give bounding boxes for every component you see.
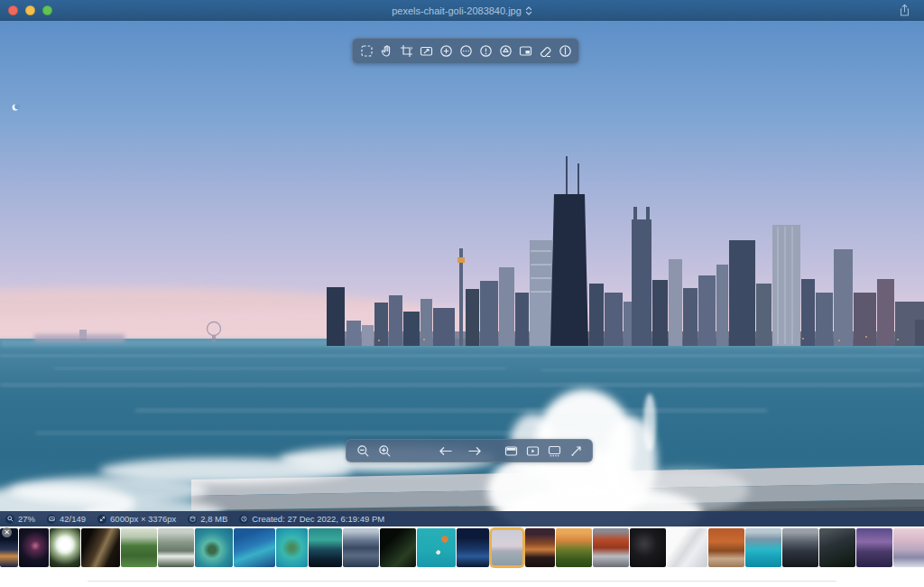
zoom-window-button[interactable]: [42, 5, 52, 15]
thumbnail-black-glitter[interactable]: [630, 528, 666, 567]
thumbnail-white-diagonal-tiles[interactable]: [667, 528, 707, 567]
filmstrip-close-icon[interactable]: ✕: [2, 527, 12, 537]
app-window: pexels-chait-goli-2083840.jpg: [0, 0, 924, 587]
thumbnail-starburst-trees[interactable]: [50, 528, 80, 567]
thumbnail-dark-cliff-forest[interactable]: [380, 528, 416, 567]
thumbnail-sunset-green-hills[interactable]: [556, 528, 592, 567]
created-date-icon: [239, 515, 248, 524]
thumbnail-galaxy-night[interactable]: [19, 528, 49, 567]
traffic-lights: [8, 5, 52, 15]
crop-rotate-icon[interactable]: [399, 44, 413, 59]
thumbnail-autumn-tree-path[interactable]: [708, 528, 744, 567]
filename-dropdown-icon[interactable]: [525, 5, 532, 16]
image-index-icon: [47, 515, 56, 524]
thumbnail-night-city-blue[interactable]: [457, 528, 489, 567]
status-image-index: 42/149: [47, 514, 86, 524]
thumbnail-teal-mountain-lake[interactable]: [745, 528, 781, 567]
thumbnail-chicago-skyline-current[interactable]: [490, 528, 524, 567]
top-toolbar: [352, 38, 579, 64]
appearance-circle-icon[interactable]: [558, 44, 572, 59]
resize-scale-icon[interactable]: [419, 44, 433, 59]
thumbnail-lake-reflection[interactable]: [343, 528, 379, 567]
thumbnail-teal-bay-boats[interactable]: [417, 528, 456, 567]
thumbnail-aurora-mountains[interactable]: [309, 528, 342, 567]
previous-image-icon[interactable]: [439, 443, 453, 458]
zoom-circle-icon[interactable]: [439, 44, 453, 59]
zoom-out-icon[interactable]: [356, 443, 370, 458]
status-zoom-level: 27%: [5, 514, 35, 524]
status-created-date: Created: 27 Dec 2022, 6:19:49 PM: [239, 514, 384, 524]
minimize-window-button[interactable]: [25, 5, 35, 15]
photo-hancock-tower: [550, 194, 588, 346]
slideshow-play-icon[interactable]: [525, 443, 540, 458]
eraser-icon[interactable]: [538, 44, 552, 59]
window-title-area: pexels-chait-goli-2083840.jpg: [0, 0, 924, 21]
thumbnail-pink-snow-range[interactable]: [893, 528, 924, 567]
close-window-button[interactable]: [8, 5, 18, 15]
thumbnail-green-volcano[interactable]: [121, 528, 157, 567]
filmstrip: ✕: [0, 526, 924, 569]
title-bar: pexels-chait-goli-2083840.jpg: [0, 0, 924, 21]
thumbnail-island-aerial[interactable]: [195, 528, 233, 567]
image-viewer-canvas[interactable]: 27% 42/149 6000px × 3376px 2,8 MB: [0, 21, 924, 526]
thumbnail-list: [0, 528, 924, 567]
window-title: pexels-chait-goli-2083840.jpg: [392, 5, 522, 16]
marquee-select-icon[interactable]: [359, 44, 374, 59]
thumbnail-panel-icon[interactable]: [547, 443, 561, 458]
status-file-size: 2,8 MB: [188, 514, 227, 524]
thumbnail-storm-mountains[interactable]: [782, 528, 818, 567]
fullscreen-icon[interactable]: [568, 443, 583, 458]
zoom-level-icon: [5, 515, 14, 524]
dimensions-icon: [97, 515, 106, 524]
next-image-icon[interactable]: [467, 443, 482, 458]
thumbnail-purple-starry-peaks[interactable]: [856, 528, 892, 567]
eject-circle-icon[interactable]: [498, 44, 513, 59]
thumbnail-dark-mountain-valley[interactable]: [819, 528, 855, 567]
thumbnail-blue-sea-islands[interactable]: [234, 528, 275, 567]
window-bottom-shadow: [88, 581, 836, 582]
thumbnail-sunset-town[interactable]: [525, 528, 555, 567]
bottom-toolbar: [346, 439, 593, 462]
thumbnail-autumn-red-road[interactable]: [593, 528, 629, 567]
thumbnail-teal-atoll[interactable]: [276, 528, 308, 567]
status-dimensions: 6000px × 3376px: [97, 514, 176, 524]
hand-pan-icon[interactable]: [379, 44, 393, 59]
info-circle-icon[interactable]: [478, 44, 493, 59]
more-dots-circle-icon[interactable]: [458, 44, 473, 59]
thumbnail-forest-light-rays[interactable]: [81, 528, 120, 567]
status-bar: 27% 42/149 6000px × 3376px 2,8 MB: [0, 511, 924, 526]
filmstrip-toggle-icon[interactable]: [504, 443, 518, 458]
file-size-icon: [188, 515, 197, 524]
zoom-in-icon[interactable]: [377, 443, 392, 458]
share-icon[interactable]: [898, 4, 911, 17]
window-panel-icon[interactable]: [518, 44, 532, 59]
thumbnail-waterfall-cliffs[interactable]: [158, 528, 194, 567]
